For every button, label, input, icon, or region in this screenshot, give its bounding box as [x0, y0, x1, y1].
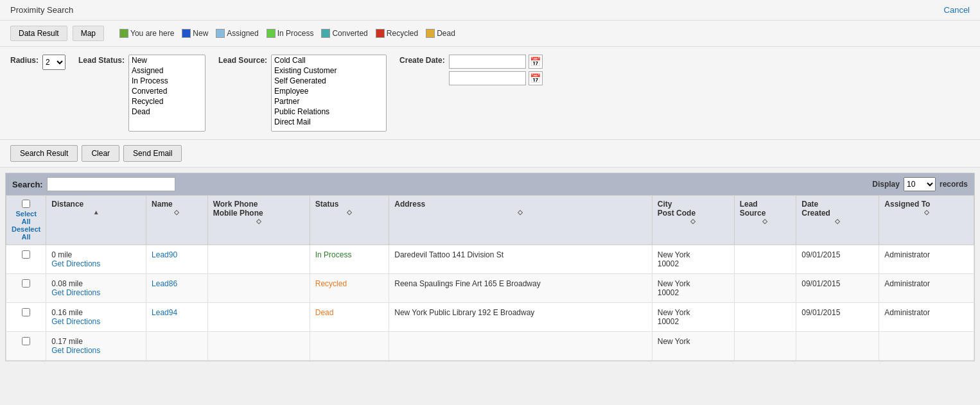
lead-source-label: Lead Source:: [218, 56, 267, 65]
status-badge: In Process: [315, 250, 352, 259]
display-group: Display 102050100 records: [872, 177, 968, 191]
date-from-input[interactable]: [449, 55, 526, 69]
cell-distance: 0.16 mileGet Directions: [46, 303, 146, 332]
display-select[interactable]: 102050100: [904, 177, 936, 191]
legend-item: Dead: [426, 29, 455, 38]
name-link[interactable]: Lead94: [152, 308, 177, 317]
legend-label: In Process: [277, 29, 314, 38]
legend-item: Recycled: [376, 29, 418, 38]
cell-city-post-code: New York10002: [652, 303, 734, 332]
th-name: Name◇: [146, 196, 208, 245]
cell-address: Daredevil Tattoo 141 Division St: [389, 245, 652, 274]
filter-section: Radius: 251020 Lead Status: NewAssignedI…: [0, 47, 980, 140]
lead-source-group: Lead Source: Cold CallExisting CustomerS…: [218, 55, 387, 132]
cell-name: [146, 332, 208, 361]
date-to-calendar-btn[interactable]: 📅: [529, 71, 543, 85]
legend-item: In Process: [267, 29, 314, 38]
cell-lead-source: [734, 274, 796, 303]
cancel-link[interactable]: Cancel: [944, 5, 970, 15]
cell-assigned-to: [879, 332, 974, 361]
select-all-label[interactable]: Select All: [12, 210, 40, 225]
deselect-all-label[interactable]: Deselect All: [12, 225, 40, 241]
cell-name: Lead94: [146, 303, 208, 332]
th-distance: Distance▲: [46, 196, 146, 245]
toolbar: Data Result Map You are hereNewAssignedI…: [0, 21, 980, 47]
legend-color-box: [216, 29, 225, 38]
row-checkbox[interactable]: [22, 308, 30, 316]
cell-address: [389, 332, 652, 361]
th-work-phone: Work PhoneMobile Phone◇: [207, 196, 310, 245]
get-directions-link[interactable]: Get Directions: [51, 346, 100, 355]
row-checkbox[interactable]: [22, 337, 30, 345]
legend-color-box: [376, 29, 385, 38]
table-row: 0.16 mileGet DirectionsLead94DeadNew Yor…: [6, 303, 974, 332]
lead-status-group: Lead Status: NewAssignedIn ProcessConver…: [78, 55, 206, 132]
table-row: 0.17 mileGet DirectionsNew York: [6, 332, 974, 361]
clear-button[interactable]: Clear: [82, 145, 119, 162]
cell-distance: 0.17 mileGet Directions: [46, 332, 146, 361]
row-checkbox[interactable]: [22, 250, 30, 259]
table-section: Search: Display 102050100 records Select…: [5, 173, 975, 361]
cell-address: New York Public Library 192 E Broadway: [389, 303, 652, 332]
name-link[interactable]: Lead90: [152, 250, 177, 259]
cell-city-post-code: New York: [652, 332, 734, 361]
select-all-checkbox[interactable]: [22, 200, 30, 208]
map-tab[interactable]: Map: [73, 26, 104, 41]
cell-name: Lead86: [146, 274, 208, 303]
cell-lead-source: [734, 332, 796, 361]
date-to-input[interactable]: [449, 71, 526, 85]
lead-status-listbox[interactable]: NewAssignedIn ProcessConvertedRecycledDe…: [128, 55, 206, 132]
lead-source-listbox[interactable]: Cold CallExisting CustomerSelf Generated…: [271, 55, 387, 132]
legend-item: Converted: [321, 29, 367, 38]
date-from-calendar-btn[interactable]: 📅: [529, 55, 543, 69]
cell-assigned-to: Administrator: [879, 303, 974, 332]
cell-status: In Process: [310, 245, 389, 274]
radius-select[interactable]: 251020: [42, 55, 66, 70]
get-directions-link[interactable]: Get Directions: [51, 259, 100, 268]
legend-color-box: [426, 29, 435, 38]
legend-color-box: [321, 29, 330, 38]
cell-distance: 0.08 mileGet Directions: [46, 274, 146, 303]
cell-phone: [207, 332, 310, 361]
th-status: Status◇: [310, 196, 389, 245]
cell-date-created: [796, 332, 879, 361]
cell-city-post-code: New York10002: [652, 274, 734, 303]
get-directions-link[interactable]: Get Directions: [51, 317, 100, 326]
cell-phone: [207, 274, 310, 303]
search-result-button[interactable]: Search Result: [10, 145, 78, 162]
legend-label: New: [193, 29, 208, 38]
data-result-tab[interactable]: Data Result: [10, 26, 67, 41]
top-bar: Proximity Search Cancel: [0, 0, 980, 21]
th-assigned-to: Assigned To◇: [879, 196, 974, 245]
table-search-input[interactable]: [47, 177, 175, 191]
radius-group: Radius: 251020: [10, 55, 66, 70]
get-directions-link[interactable]: Get Directions: [51, 288, 100, 297]
search-label: Search:: [12, 180, 43, 189]
distance-value: 0.17 mile: [51, 337, 83, 346]
distance-value: 0.16 mile: [51, 308, 83, 317]
th-select: Select All Deselect All: [6, 196, 46, 245]
name-link[interactable]: Lead86: [152, 279, 177, 288]
row-checkbox[interactable]: [22, 279, 30, 288]
legend-label: You are here: [130, 29, 174, 38]
legend-label: Dead: [437, 29, 455, 38]
th-city-post-code: CityPost Code◇: [652, 196, 734, 245]
lead-status-label: Lead Status:: [78, 56, 125, 65]
cell-assigned-to: Administrator: [879, 245, 974, 274]
cell-date-created: 09/01/2015: [796, 274, 879, 303]
legend-item: New: [182, 29, 208, 38]
legend-color-box: [182, 29, 191, 38]
status-badge: Dead: [315, 308, 334, 317]
cell-phone: [207, 303, 310, 332]
send-email-button[interactable]: Send Email: [123, 145, 182, 162]
th-lead-source: LeadSource◇: [734, 196, 796, 245]
cell-distance: 0 mileGet Directions: [46, 245, 146, 274]
th-address: Address◇: [389, 196, 652, 245]
cell-assigned-to: Administrator: [879, 274, 974, 303]
create-date-group: Create Date: 📅 📅: [399, 55, 543, 85]
legend-item: Assigned: [216, 29, 258, 38]
cell-city-post-code: New York10002: [652, 245, 734, 274]
legend-label: Converted: [332, 29, 367, 38]
table-row: 0 mileGet DirectionsLead90In ProcessDare…: [6, 245, 974, 274]
cell-status: Recycled: [310, 274, 389, 303]
